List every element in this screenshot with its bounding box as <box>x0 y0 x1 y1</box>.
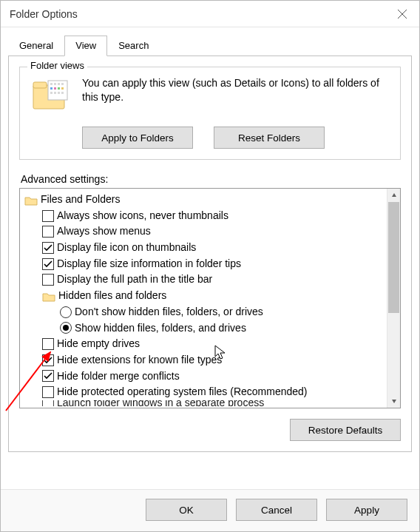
tree-label: Files and Folders <box>41 192 120 208</box>
folder-views-group: Folder views You can apply this vie <box>19 67 401 160</box>
svg-rect-16 <box>61 92 64 94</box>
svg-rect-11 <box>58 87 60 90</box>
reset-folders-button[interactable]: Reset Folders <box>214 127 325 149</box>
svg-rect-9 <box>50 87 52 90</box>
checkbox-icon <box>42 274 54 286</box>
svg-rect-14 <box>54 92 56 94</box>
opt-always-show-menus[interactable]: Always show menus <box>23 223 400 240</box>
option-label: Launch folder windows in a separate proc… <box>57 400 264 406</box>
folder-views-icon <box>30 76 72 118</box>
svg-rect-6 <box>54 83 56 85</box>
advanced-settings-list[interactable]: Files and Folders Always show icons, nev… <box>19 188 401 408</box>
opt-show-hidden[interactable]: Show hidden files, folders, and drives <box>23 320 400 337</box>
apply-button[interactable]: Apply <box>326 499 407 521</box>
opt-always-show-icons[interactable]: Always show icons, never thumbnails <box>23 208 400 224</box>
svg-rect-8 <box>61 83 64 85</box>
tab-view[interactable]: View <box>64 36 107 56</box>
close-icon <box>398 10 407 18</box>
option-label: Always show icons, never thumbnails <box>57 208 228 224</box>
opt-dont-show-hidden[interactable]: Don't show hidden files, folders, or dri… <box>23 304 400 320</box>
checkbox-checked-icon <box>42 370 54 382</box>
opt-display-file-icon-thumb[interactable]: Display file icon on thumbnails <box>23 240 400 256</box>
tab-general[interactable]: General <box>8 36 64 56</box>
apply-to-folders-button[interactable]: Apply to Folders <box>82 127 193 149</box>
window-title: Folder Options <box>10 8 78 20</box>
checkbox-icon <box>42 210 54 222</box>
opt-hide-merge-conflicts[interactable]: Hide folder merge conflicts <box>23 368 400 385</box>
folder-icon <box>24 195 38 205</box>
tree-group-files-and-folders: Files and Folders <box>23 192 400 208</box>
opt-launch-separate-process[interactable]: Launch folder windows in a separate proc… <box>23 400 400 406</box>
tab-search[interactable]: Search <box>107 36 160 56</box>
svg-rect-10 <box>54 87 56 90</box>
option-label: Display file size information in folder … <box>57 256 241 272</box>
opt-hide-empty-drives[interactable]: Hide empty drives <box>23 336 400 352</box>
checkbox-checked-icon <box>42 242 54 254</box>
svg-marker-18 <box>392 400 396 403</box>
svg-rect-15 <box>58 92 60 94</box>
scroll-up-button[interactable] <box>387 189 400 202</box>
restore-defaults-button[interactable]: Restore Defaults <box>290 419 401 441</box>
tree-group-hidden-files: Hidden files and folders <box>23 288 400 304</box>
option-label: Hide folder merge conflicts <box>57 368 180 385</box>
dialog-footer: OK Cancel Apply <box>1 489 419 531</box>
option-label: Hide extensions for known file types <box>57 352 222 368</box>
title-bar: Folder Options <box>1 1 419 27</box>
svg-rect-7 <box>58 83 60 85</box>
checkbox-icon <box>42 400 54 406</box>
svg-rect-3 <box>33 82 47 88</box>
opt-display-size-tips[interactable]: Display file size information in folder … <box>23 256 400 272</box>
checkbox-icon <box>42 338 54 350</box>
tab-strip: General View Search <box>1 27 419 55</box>
ok-button[interactable]: OK <box>146 499 227 521</box>
option-label: Display the full path in the title bar <box>57 272 212 288</box>
opt-full-path-titlebar[interactable]: Display the full path in the title bar <box>23 272 400 288</box>
option-label: Always show menus <box>57 223 151 240</box>
folder-views-legend: Folder views <box>27 60 87 71</box>
opt-hide-protected-os-files[interactable]: Hide protected operating system files (R… <box>23 384 400 400</box>
folder-icon <box>42 291 55 301</box>
tab-panel-view: Folder views You can apply this vie <box>8 55 412 452</box>
folder-views-desc: You can apply this view (such as Details… <box>82 76 390 104</box>
option-label: Hide empty drives <box>57 336 140 352</box>
radio-icon <box>60 306 72 318</box>
scroll-thumb[interactable] <box>388 202 399 313</box>
checkbox-icon <box>42 386 54 398</box>
svg-rect-13 <box>50 92 52 94</box>
checkbox-checked-icon <box>42 354 54 366</box>
advanced-settings-label: Advanced settings: <box>21 173 401 185</box>
option-label: Don't show hidden files, folders, or dri… <box>75 304 263 320</box>
checkbox-icon <box>42 226 54 238</box>
option-label: Show hidden files, folders, and drives <box>75 320 246 337</box>
svg-marker-17 <box>392 193 396 197</box>
scrollbar[interactable] <box>387 189 400 408</box>
folder-options-window: Folder Options General View Search Folde… <box>0 0 420 532</box>
checkbox-checked-icon <box>42 258 54 270</box>
option-label: Hide protected operating system files (R… <box>57 384 308 400</box>
opt-hide-extensions[interactable]: Hide extensions for known file types <box>23 352 400 368</box>
svg-rect-12 <box>61 87 64 90</box>
option-label: Display file icon on thumbnails <box>57 240 196 256</box>
svg-rect-5 <box>50 83 52 85</box>
tree-label: Hidden files and folders <box>58 288 166 304</box>
cancel-button[interactable]: Cancel <box>236 499 317 521</box>
scroll-down-button[interactable] <box>387 394 400 408</box>
radio-selected-icon <box>60 322 72 334</box>
close-button[interactable] <box>385 1 419 27</box>
